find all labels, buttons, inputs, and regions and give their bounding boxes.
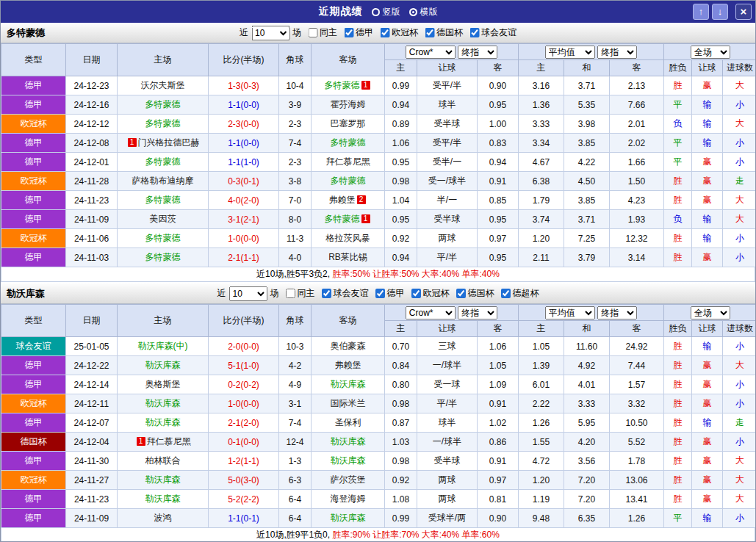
euro-stage-select[interactable]: 终指 <box>597 46 637 59</box>
recent-count-select[interactable]: 10 <box>229 286 267 301</box>
close-button[interactable]: × <box>735 4 752 20</box>
focal-team-name: 勒沃库森 <box>145 398 181 408</box>
euro-stage-select[interactable]: 终指 <box>597 306 637 319</box>
same-home-checkbox-input[interactable] <box>308 28 317 37</box>
asia-home-odds: 0.99 <box>385 76 417 95</box>
results-table: 类型 日期 主场 比分(半场) 角球 客场 Crow* 终指 平均值 终指 <box>1 304 756 528</box>
asia-handicap: 两球 <box>417 229 478 248</box>
asia-home-odds: 0.94 <box>385 248 417 267</box>
league-filter-checkbox[interactable]: 德国杯 <box>425 26 463 39</box>
sub-col-euro-home: 主 <box>519 60 564 76</box>
col-header-score: 比分(半场) <box>209 305 279 337</box>
league-filter-checkbox[interactable]: 球会友谊 <box>469 26 516 39</box>
away-team: 勒沃库森 <box>312 509 385 528</box>
layout-radio-vertical[interactable]: 竖版 <box>372 6 400 18</box>
opponent-team-name: 拜仁慕尼黑 <box>147 436 191 447</box>
euro-home-odds: 6.01 <box>519 375 564 394</box>
match-row: 德甲24-12-23沃尔夫斯堡1-3(0-3)10-4多特蒙德10.99受平/半… <box>1 76 756 95</box>
match-score: 5-2(2-2) <box>209 490 279 509</box>
recent-count-select[interactable]: 10 <box>251 26 289 40</box>
league-filter-checkbox-input[interactable] <box>380 28 389 37</box>
team-name: 勒沃库森 <box>7 287 45 300</box>
same-home-checkbox-input[interactable] <box>286 289 295 298</box>
league-filter-checkbox-input[interactable] <box>501 289 511 298</box>
layout-radio-horizontal[interactable]: 横版 <box>409 6 438 18</box>
result-handicap: 赢 <box>692 452 723 471</box>
match-score: 2-3(0-0) <box>209 115 279 134</box>
euro-home-odds: 3.16 <box>519 76 564 95</box>
corner-count: 3-1 <box>279 394 312 413</box>
asia-home-odds: 0.84 <box>385 356 417 375</box>
asia-stage-select[interactable]: 终指 <box>458 46 497 59</box>
radio-vertical-label: 竖版 <box>383 6 400 18</box>
match-score: 1-3(0-3) <box>209 76 279 95</box>
corner-count: 4-2 <box>279 356 312 375</box>
asia-stage-select[interactable]: 终指 <box>458 306 497 319</box>
result-outcome: 负 <box>664 210 692 229</box>
results-table: 类型 日期 主场 比分(半场) 角球 客场 Crow* 终指 平均值 终指 <box>1 43 756 267</box>
league-filter-checkbox-input[interactable] <box>411 289 421 298</box>
focal-team-name: 勒沃库森 <box>145 417 181 427</box>
asia-handicap: 受平/半 <box>417 134 478 153</box>
opponent-team-name: 弗赖堡 <box>335 360 361 370</box>
focal-team-name: 多特蒙德 <box>145 233 181 243</box>
asia-home-odds: 0.99 <box>385 509 417 528</box>
same-home-checkbox[interactable]: 同主 <box>308 26 337 39</box>
asia-away-odds: 1.06 <box>478 337 519 356</box>
focal-team-name: 勒沃库森 <box>145 474 181 485</box>
league-filter-checkbox-input[interactable] <box>469 28 479 37</box>
match-score: 1-2(1-1) <box>209 452 279 471</box>
league-filter-checkbox[interactable]: 欧冠杯 <box>380 26 418 39</box>
euro-avg-select[interactable]: 平均值 <box>545 46 595 59</box>
asia-home-odds: 0.98 <box>385 394 417 413</box>
euro-home-odds: 1.05 <box>519 337 564 356</box>
bookmaker-select[interactable]: Crow* <box>406 306 456 319</box>
league-filter-checkbox-input[interactable] <box>344 28 353 37</box>
match-row: 欧冠杯24-12-12多特蒙德2-3(0-0)2-3巴塞罗那0.89受半球1.0… <box>1 115 756 134</box>
move-up-button[interactable]: ↑ <box>693 4 709 20</box>
euro-away-odds: 13.41 <box>610 490 664 509</box>
league-filter-checkbox-input[interactable] <box>375 289 385 298</box>
league-filter-checkbox-input[interactable] <box>456 289 466 298</box>
same-home-checkbox[interactable]: 同主 <box>286 287 315 300</box>
match-score: 1-1(0-0) <box>209 134 279 153</box>
home-team: 奥格斯堡 <box>118 375 209 394</box>
league-filter-checkbox[interactable]: 欧冠杯 <box>411 287 450 300</box>
league-filter-checkbox[interactable]: 德甲 <box>344 26 373 39</box>
euro-avg-select[interactable]: 平均值 <box>545 306 595 319</box>
summary-segment: 胜率:50% <box>332 268 370 281</box>
match-row: 德甲24-12-01多特蒙德1-1(1-0)2-3拜仁慕尼黑0.95受半/一0.… <box>1 153 756 172</box>
league-filter-checkbox-input[interactable] <box>425 28 434 37</box>
league-filter-checkbox[interactable]: 德甲 <box>375 287 405 300</box>
match-row: 德甲24-11-09美因茨3-1(2-1)8-0多特蒙德10.95受半球0.95… <box>1 210 756 229</box>
match-row: 德甲24-12-22勒沃库森5-1(1-0)4-2弗赖堡0.84一/球半1.05… <box>1 356 756 375</box>
result-handicap: 赢 <box>692 172 723 191</box>
asia-handicap: 一/球半 <box>417 433 478 452</box>
league-filter-checkbox[interactable]: 德国杯 <box>456 287 494 300</box>
sub-col-result: 胜负 <box>664 60 692 76</box>
bookmaker-select[interactable]: Crow* <box>406 46 456 59</box>
league-badge: 德甲 <box>1 356 66 375</box>
move-down-button[interactable]: ↓ <box>712 4 728 20</box>
league-badge: 德甲 <box>1 490 66 509</box>
league-filter-checkbox[interactable]: 德超杯 <box>501 287 539 300</box>
asia-odds-header: Crow* 终指 <box>385 44 519 60</box>
summary-segment: 大率:40% <box>420 529 460 541</box>
result-outcome: 胜 <box>664 413 692 433</box>
fulltime-select[interactable]: 全场 <box>691 46 730 59</box>
result-goals: 小 <box>723 375 756 394</box>
league-filter-checkbox-label: 欧冠杯 <box>392 26 418 39</box>
result-handicap: 赢 <box>692 433 723 452</box>
result-handicap: 输 <box>692 134 723 153</box>
corner-count: 2-3 <box>279 153 312 172</box>
result-handicap: 赢 <box>692 490 723 509</box>
league-filter-checkbox-input[interactable] <box>322 289 331 298</box>
result-handicap: 输 <box>692 509 723 528</box>
euro-away-odds: 1.26 <box>610 509 664 528</box>
fulltime-select[interactable]: 全场 <box>691 306 730 319</box>
asia-away-odds: 1.09 <box>478 375 519 394</box>
league-badge: 德甲 <box>1 452 66 471</box>
away-team: 霍芬海姆 <box>312 95 385 115</box>
sub-col-goals-result: 进球数 <box>723 60 756 76</box>
league-filter-checkbox[interactable]: 球会友谊 <box>322 287 369 300</box>
